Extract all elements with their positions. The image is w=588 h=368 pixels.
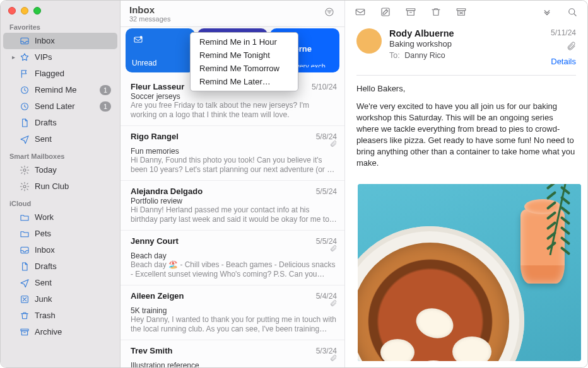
toolbar-new-message-button[interactable]	[353, 4, 368, 20]
remind-menu-item[interactable]: Remind Me in 1 Hour	[191, 35, 298, 49]
sidebar-item-inbox[interactable]: Inbox	[3, 242, 117, 258]
mailbox-title: Inbox	[129, 4, 170, 15]
sidebar-item-trash[interactable]: Trash	[3, 308, 117, 324]
paperplane-icon	[20, 278, 30, 288]
sidebar-item-junk[interactable]: Junk	[3, 291, 117, 308]
reading-pane: Rody Albuerne Baking workshop To: Danny …	[344, 1, 587, 367]
toolbar-junk-button[interactable]	[454, 4, 469, 20]
remind-menu-item[interactable]: Remind Me Later…	[191, 75, 298, 88]
mailbox-subtitle: 32 messages	[129, 15, 170, 23]
svg-rect-5	[21, 247, 28, 253]
svg-rect-0	[21, 38, 28, 43]
sidebar-item-archive[interactable]: Archive	[3, 324, 117, 340]
message-row-subject: Fun memories	[131, 147, 337, 156]
message-row-preview: Hi Danny, Found this photo you took! Can…	[131, 156, 337, 175]
message-list-pane: Inbox 32 messages Unread Rem Rody Albuer…	[121, 1, 344, 367]
filter-pill-unread[interactable]: Unread	[126, 28, 195, 72]
message-row[interactable]: Jenny Court5/5/24Beach dayBeach day 🏖️ -…	[121, 231, 344, 285]
remind-menu-item[interactable]: Remind Me Tomorrow	[191, 62, 298, 75]
trash-icon	[20, 311, 30, 321]
sidebar-item-inbox[interactable]: Inbox	[3, 33, 117, 49]
svg-rect-18	[382, 8, 389, 16]
svg-line-25	[574, 14, 576, 16]
sidebar-item-vips[interactable]: ▸VIPs	[3, 49, 117, 66]
sidebar-item-sent[interactable]: Sent	[3, 275, 117, 291]
to-label: To:	[389, 51, 400, 60]
archive-icon	[20, 327, 30, 337]
message-recipients: To: Danny Rico	[389, 51, 532, 60]
sidebar-item-label: Work	[35, 211, 111, 224]
sidebar-item-drafts[interactable]: Drafts	[3, 115, 117, 131]
sidebar-item-drafts[interactable]: Drafts	[3, 258, 117, 275]
window-minimize-button[interactable]	[21, 7, 28, 14]
sidebar-item-work[interactable]: Work	[3, 209, 117, 226]
window-zoom-button[interactable]	[33, 7, 41, 14]
toolbar-delete-button[interactable]	[428, 4, 444, 20]
toolbar-more-button[interactable]	[539, 4, 555, 20]
gear-gray-icon	[20, 165, 30, 175]
message-row[interactable]: Aileen Zeigen5/4/245K trainingHey Danny,…	[121, 285, 344, 340]
message-row[interactable]: Alejandra Delgado5/5/24Portfolio reviewH…	[121, 181, 344, 231]
toolbar-compose-button[interactable]	[378, 4, 393, 20]
svg-point-3	[23, 169, 26, 171]
message-sender-name: Rody Albuerne	[389, 28, 532, 38]
sidebar-item-label: Drafts	[35, 260, 111, 273]
message-list: Fleur Lasseur5/10/24Soccer jerseysAre yo…	[121, 76, 344, 367]
sidebar-item-sent[interactable]: Sent	[3, 131, 117, 147]
message-row-subject: Beach day	[131, 251, 337, 260]
message-row-preview: Hi Danny! Herland passed me your contact…	[131, 205, 337, 224]
tray-icon	[20, 245, 30, 255]
message-row-sender: Aileen Zeigen	[131, 291, 184, 301]
sidebar-section-header: Favorites	[1, 18, 120, 33]
message-row-subject: Illustration reference	[131, 361, 337, 367]
message-subject: Baking workshop	[389, 39, 532, 49]
message-row-date: 5/10/24	[312, 83, 337, 91]
message-row[interactable]: Rigo Rangel5/8/24Fun memoriesHi Danny, F…	[121, 126, 344, 181]
disclosure-triangle-icon[interactable]: ▸	[12, 51, 20, 64]
sidebar-item-today[interactable]: Today	[3, 162, 117, 178]
sidebar-badge: 1	[100, 85, 111, 95]
sidebar-item-label: Pets	[35, 227, 111, 240]
message-header: Rody Albuerne Baking workshop To: Danny …	[345, 23, 587, 72]
window-traffic-lights	[1, 1, 120, 18]
sidebar-item-flagged[interactable]: Flagged	[3, 66, 117, 82]
body-greeting: Hello Bakers,	[356, 83, 576, 95]
sidebar-item-remind-me[interactable]: Remind Me1	[3, 82, 117, 98]
message-row-subject: Portfolio review	[131, 197, 337, 205]
sidebar-item-label: Flagged	[35, 67, 111, 80]
message-date: 5/11/24	[551, 28, 576, 37]
sidebar-item-label: Sent	[35, 277, 111, 289]
paperplane-icon	[20, 134, 30, 144]
message-attachment-image[interactable]	[358, 184, 581, 361]
gear-gray-icon	[20, 181, 30, 192]
sidebar-item-run-club[interactable]: Run Club	[3, 178, 117, 195]
top-filter-pills: Unread Rem Rody Albuerne hop We're very …	[121, 27, 344, 76]
message-row[interactable]: Trev Smith5/3/24Illustration referenceHi…	[121, 340, 344, 367]
toolbar-archive-button[interactable]	[403, 4, 418, 20]
window-close-button[interactable]	[8, 7, 16, 14]
sender-avatar[interactable]	[356, 28, 382, 54]
filter-button[interactable]	[322, 4, 337, 20]
sidebar-item-label: Send Later	[35, 100, 100, 113]
xbox-icon	[20, 294, 30, 304]
message-row-sender: Trev Smith	[131, 346, 172, 355]
toolbar-search-button[interactable]	[565, 4, 580, 20]
sidebar-item-send-later[interactable]: Send Later1	[3, 98, 117, 115]
sidebar-item-label: Inbox	[35, 244, 111, 256]
message-row-preview: Hey Danny, I wanted to thank you for put…	[131, 315, 337, 334]
sidebar-item-label: VIPs	[35, 51, 111, 64]
doc-icon	[20, 118, 30, 128]
folder-icon	[20, 212, 30, 222]
sidebar-section-header: Smart Mailboxes	[1, 147, 120, 162]
to-name: Danny Rico	[404, 51, 445, 60]
details-link[interactable]: Details	[539, 57, 576, 66]
message-row-sender: Rigo Rangel	[131, 132, 179, 141]
tray-icon	[20, 36, 30, 46]
remind-menu-item[interactable]: Remind Me Tonight	[191, 49, 298, 62]
svg-point-4	[23, 185, 26, 188]
sidebar-badge: 1	[100, 101, 111, 112]
sidebar-item-label: Drafts	[35, 117, 111, 129]
svg-point-15	[140, 36, 143, 38]
message-row-sender: Jenny Court	[131, 236, 179, 246]
sidebar-item-pets[interactable]: Pets	[3, 226, 117, 242]
